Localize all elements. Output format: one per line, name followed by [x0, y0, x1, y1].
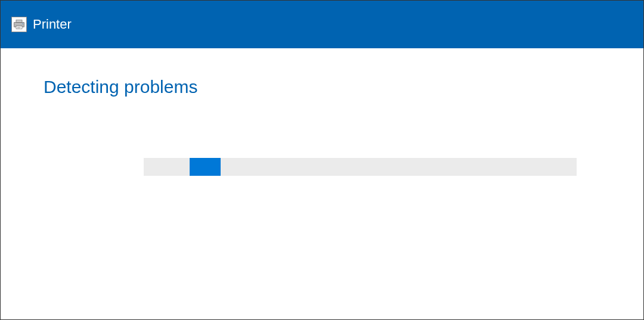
progress-bar	[144, 158, 577, 176]
troubleshooter-window: Printer Detecting problems	[0, 0, 644, 320]
titlebar-title: Printer	[33, 17, 72, 32]
svg-point-5	[22, 23, 23, 24]
svg-rect-0	[16, 20, 22, 23]
svg-rect-2	[16, 26, 22, 29]
content-area: Detecting problems	[1, 48, 643, 319]
progress-indicator	[190, 158, 221, 176]
printer-icon	[11, 17, 27, 32]
titlebar: Printer	[1, 1, 643, 48]
page-heading: Detecting problems	[44, 77, 600, 97]
